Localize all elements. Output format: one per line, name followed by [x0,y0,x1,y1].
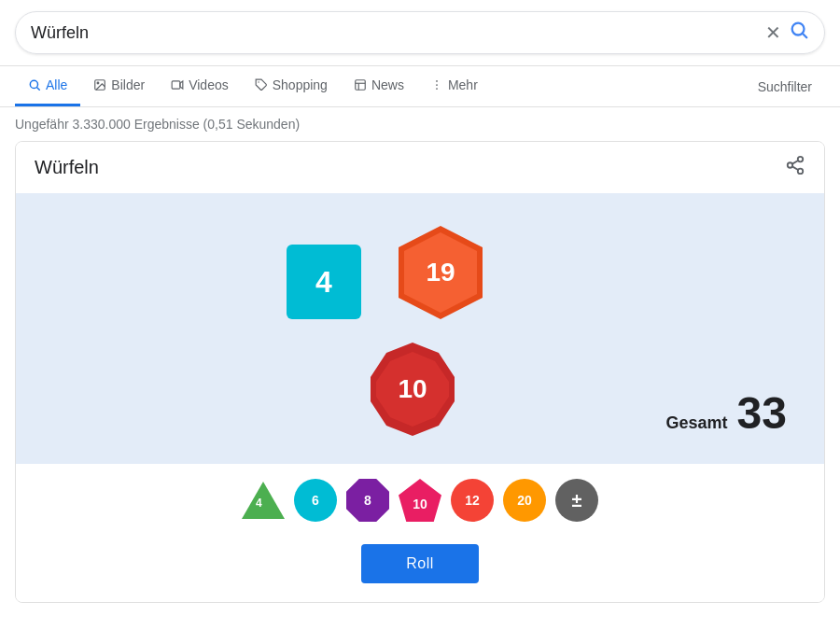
search-icon-small [28,78,41,91]
die-d4-selector-triangle: 4 [242,482,285,519]
share-icon [785,155,805,175]
search-bar: Würfeln ✕ [15,11,825,54]
image-icon [93,78,106,91]
die-d10-selector-label: 10 [413,497,427,511]
more-icon [430,78,443,91]
die-selector-d20[interactable]: 20 [503,479,546,522]
die-d20: 19 [389,221,492,324]
svg-rect-9 [356,80,366,91]
die-selector-d10[interactable]: 10 [399,479,441,522]
die-d4-value: 4 [315,265,332,300]
tab-videos-label: Videos [189,77,229,92]
die-d4-selector-label: 4 [256,497,262,510]
die-d12-value: 10 [398,374,427,404]
die-custom-selector-label: ± [572,490,582,511]
die-d12-selector-label: 12 [465,493,480,508]
tab-bilder-label: Bilder [111,77,145,92]
tab-alle-label: Alle [46,77,67,92]
search-icon [789,20,809,40]
search-filter-button[interactable]: Suchfilter [745,68,825,105]
tab-shopping-label: Shopping [273,77,328,92]
total-value: 33 [737,391,787,436]
die-d20-selector-label: 20 [517,493,532,508]
dice-area: 4 19 10 [16,193,824,464]
die-d6-selector-label: 6 [312,493,319,508]
svg-point-13 [436,84,438,86]
roll-button-container: Roll [16,537,824,602]
tab-videos[interactable]: Videos [158,66,242,106]
dice-card-title: Würfeln [35,157,99,178]
die-selector-d6[interactable]: 6 [294,479,337,522]
roll-button[interactable]: Roll [361,544,479,583]
tab-alle[interactable]: Alle [15,66,80,106]
dice-area-inner: 4 19 10 [16,193,824,464]
dice-widget-card: Würfeln 4 19 [15,141,825,603]
search-clear-button[interactable]: ✕ [758,21,789,44]
svg-point-5 [97,82,99,84]
tab-mehr-label: Mehr [448,77,478,92]
news-icon [354,78,367,91]
nav-tabs: Alle Bilder Videos Shopping News Mehr Su… [0,66,840,107]
tab-mehr[interactable]: Mehr [417,66,491,106]
die-selector-d12[interactable]: 12 [451,479,494,522]
tag-icon [255,78,268,91]
search-submit-button[interactable] [789,20,809,46]
total-label: Gesamt [666,413,728,433]
svg-point-14 [436,88,438,90]
video-icon [171,78,184,91]
total-container: Gesamt 33 [666,391,787,436]
dice-card-header: Würfeln [16,142,824,193]
die-selector-custom[interactable]: ± [555,479,598,522]
die-selector-d8[interactable]: 8 [346,479,389,522]
svg-line-19 [792,161,798,164]
search-bar-container: Würfeln ✕ [0,0,840,66]
svg-line-1 [803,34,806,37]
die-d20-container: 19 [389,221,492,324]
tab-bilder[interactable]: Bilder [80,66,158,106]
svg-rect-6 [172,81,180,89]
dice-selector-row: 4 6 8 10 12 20 ± [16,464,824,537]
die-d4: 4 [287,245,361,319]
tab-shopping[interactable]: Shopping [242,66,341,106]
die-d12: 10 [361,338,464,441]
svg-point-12 [436,80,438,82]
svg-line-18 [792,166,798,170]
search-input[interactable]: Würfeln [31,23,758,43]
tab-news-label: News [371,77,404,92]
die-d20-value: 19 [426,258,455,287]
die-d8-selector-label: 8 [364,493,371,508]
die-selector-d4[interactable]: 4 [242,479,285,522]
tab-news[interactable]: News [341,66,417,106]
svg-line-3 [37,88,40,91]
results-info: Ungefähr 3.330.000 Ergebnisse (0,51 Seku… [0,107,840,141]
die-d12-container: 10 [361,338,464,441]
share-button[interactable] [785,155,805,180]
